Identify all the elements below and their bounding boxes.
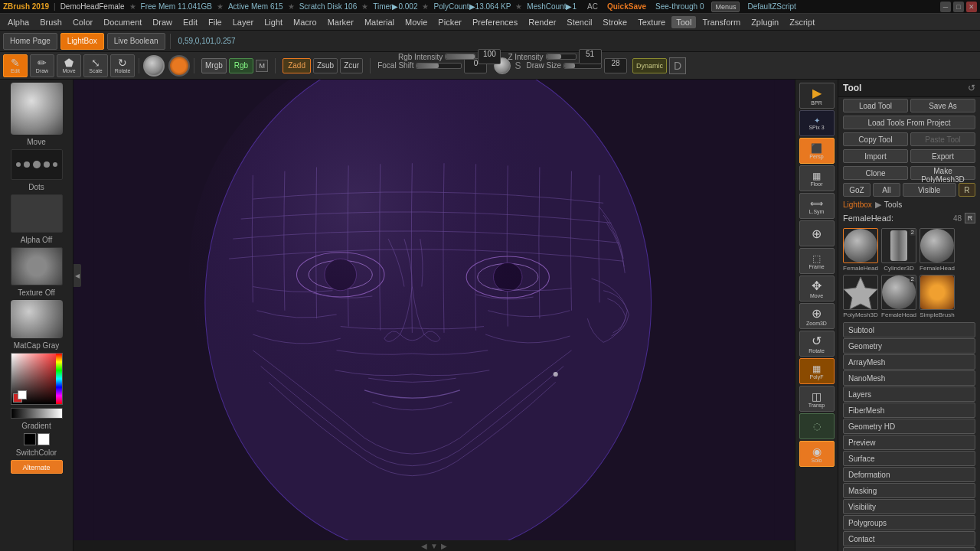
geometry-section-btn[interactable]: Geometry (843, 338, 975, 354)
ghost-btn[interactable]: ◌ (799, 413, 835, 439)
all-btn[interactable]: All (873, 183, 900, 197)
persp-btn[interactable]: ⬛ Persp (799, 138, 835, 164)
menu-picker[interactable]: Picker (433, 16, 466, 28)
save-as-btn[interactable]: Save As (910, 99, 975, 112)
solo-btn[interactable]: ◉ Solo (799, 441, 835, 467)
menu-layer[interactable]: Layer (228, 16, 259, 28)
contact-section-btn[interactable]: Contact (843, 531, 975, 546)
copy-tool-btn[interactable]: Copy Tool (843, 132, 908, 146)
polyf-btn[interactable]: ▦ PolyF (799, 358, 835, 384)
zadd-btn[interactable]: Zadd (283, 58, 311, 73)
project-r-btn[interactable]: R (965, 213, 975, 223)
left-edge-toggle[interactable]: ◀ (74, 264, 81, 287)
menu-transform[interactable]: Transform (697, 16, 745, 28)
menu-color[interactable]: Color (68, 16, 97, 28)
zcur-btn[interactable]: Zcur (340, 58, 363, 73)
menu-macro[interactable]: Macro (289, 16, 322, 28)
visible-btn[interactable]: Visible (903, 183, 956, 197)
z-intensity-slider[interactable] (546, 54, 577, 60)
menu-texture[interactable]: Texture (633, 16, 670, 28)
rotate-tool-btn[interactable]: ↻ Rotate (110, 54, 135, 77)
menu-brush[interactable]: Brush (35, 16, 67, 28)
goz-btn[interactable]: GoZ (843, 183, 871, 197)
thumb-polymesh3d[interactable]: PolyMesh3D (843, 275, 878, 318)
subtool-section-btn[interactable]: Subtool (843, 322, 975, 337)
rgb-btn[interactable]: Rgb (229, 58, 253, 73)
see-through-btn[interactable]: See-through 0 (655, 2, 704, 11)
import-btn[interactable]: Import (843, 149, 908, 163)
fibermesh-section-btn[interactable]: FiberMesh (843, 403, 975, 418)
timeline-down-arrow[interactable]: ▼ (430, 542, 438, 550)
arraymesh-section-btn[interactable]: ArrayMesh (843, 354, 975, 370)
transp-btn[interactable]: ◫ Transp (799, 386, 835, 412)
bg-color-swatch[interactable] (18, 390, 27, 399)
mrgb-btn[interactable]: Mrgb (201, 58, 227, 73)
thumb-simplebrush[interactable]: SimpleBrush (920, 275, 955, 318)
thumb-female-head-2[interactable]: FemaleHead (920, 228, 955, 272)
zsub-btn[interactable]: Zsub (313, 58, 338, 73)
brush-circle2-preview[interactable] (168, 55, 190, 77)
load-tool-btn[interactable]: Load Tool (843, 99, 908, 112)
zoom3d2-btn[interactable]: ⊕ Zoom3D (799, 303, 835, 329)
panel-refresh-btn[interactable]: ↺ (968, 83, 975, 93)
brush-circle-preview[interactable] (143, 55, 165, 77)
white-swatch[interactable] (38, 433, 50, 445)
menu-draw[interactable]: Draw (148, 16, 177, 28)
r-btn[interactable]: R (959, 183, 975, 197)
masking-section-btn[interactable]: Masking (843, 483, 975, 498)
deformation-section-btn[interactable]: Deformation (843, 467, 975, 482)
home-page-btn[interactable]: Home Page (3, 33, 57, 50)
thumb-female-head-1[interactable]: FemaleHead (843, 228, 878, 272)
edit-tool-btn[interactable]: ✎ Edit (3, 54, 28, 77)
alpha-preview[interactable] (11, 194, 63, 233)
quick-save-btn[interactable]: QuickSave (607, 2, 646, 11)
visibility-section-btn[interactable]: Visibility (843, 499, 975, 514)
hue-slider[interactable] (56, 354, 62, 404)
menu-zscript[interactable]: Zscript (785, 16, 819, 28)
matcap-preview[interactable] (11, 300, 63, 338)
gradient-bar[interactable] (11, 408, 63, 419)
move-btn[interactable]: ✥ Move (799, 276, 835, 302)
alternate-btn[interactable]: Alternate (11, 460, 63, 474)
menu-stroke[interactable]: Stroke (598, 16, 632, 28)
timeline-right-arrow[interactable]: ▶ (441, 542, 447, 550)
m-btn[interactable]: M (256, 60, 268, 72)
clone-btn[interactable]: Clone (843, 166, 908, 180)
color-picker[interactable] (11, 353, 63, 405)
menu-edit[interactable]: Edit (178, 16, 202, 28)
menu-stencil[interactable]: Stencil (562, 16, 596, 28)
layers-section-btn[interactable]: Layers (843, 386, 975, 402)
load-tools-from-project-btn[interactable]: Load Tools From Project (843, 116, 975, 129)
frame-btn[interactable]: ⬚ Frame (799, 248, 835, 274)
lightbox-btn[interactable]: LightBox (60, 33, 104, 50)
menu-file[interactable]: File (204, 16, 227, 28)
menu-tool[interactable]: Tool (671, 16, 696, 28)
timeline-left-arrow[interactable]: ◀ (421, 542, 427, 550)
stroke-preview[interactable] (11, 149, 63, 180)
menu-light[interactable]: Light (260, 16, 287, 28)
export-btn[interactable]: Export (910, 149, 975, 163)
menu-zplugin[interactable]: Zplugin (746, 16, 783, 28)
menu-preferences[interactable]: Preferences (468, 16, 522, 28)
geometryhd-section-btn[interactable]: Geometry HD (843, 419, 975, 434)
maximize-btn[interactable]: □ (953, 2, 964, 12)
bpr-btn[interactable]: ▶ BPR (799, 83, 835, 109)
spix-btn[interactable]: ✦ SPix 3 (799, 110, 835, 136)
floor-btn[interactable]: ▦ Floor (799, 165, 835, 191)
live-boolean-btn[interactable]: Live Boolean (107, 33, 165, 50)
menu-movie[interactable]: Movie (400, 16, 432, 28)
default-zscript-btn[interactable]: DefaultZScript (747, 2, 795, 11)
menu-material[interactable]: Material (360, 16, 399, 28)
lsym-btn[interactable]: ⟺ L.Sym (799, 193, 835, 219)
brush-preview[interactable] (11, 83, 63, 135)
rotate-btn[interactable]: ↺ Rotate (799, 331, 835, 357)
scale-tool-btn[interactable]: ⤡ Scale (83, 54, 108, 77)
menu-alpha[interactable]: Alpha (3, 16, 34, 28)
menu-marker[interactable]: Marker (323, 16, 358, 28)
menu-document[interactable]: Document (99, 16, 146, 28)
close-btn[interactable]: ✕ (966, 2, 977, 12)
canvas-area[interactable]: ◀ ▼ ▶ (74, 80, 795, 551)
d-btn[interactable]: D (669, 57, 686, 74)
menus-btn[interactable]: Menus (711, 2, 740, 12)
black-swatch[interactable] (24, 433, 36, 445)
